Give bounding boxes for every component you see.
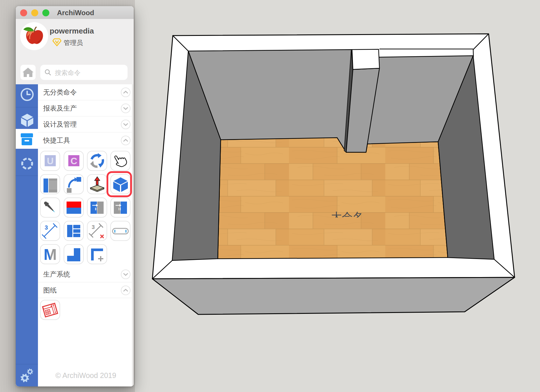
svg-text:U: U [47, 156, 53, 166]
svg-text:3: 3 [45, 224, 48, 231]
svg-text:C: C [70, 156, 77, 166]
svg-text:3: 3 [92, 224, 95, 230]
